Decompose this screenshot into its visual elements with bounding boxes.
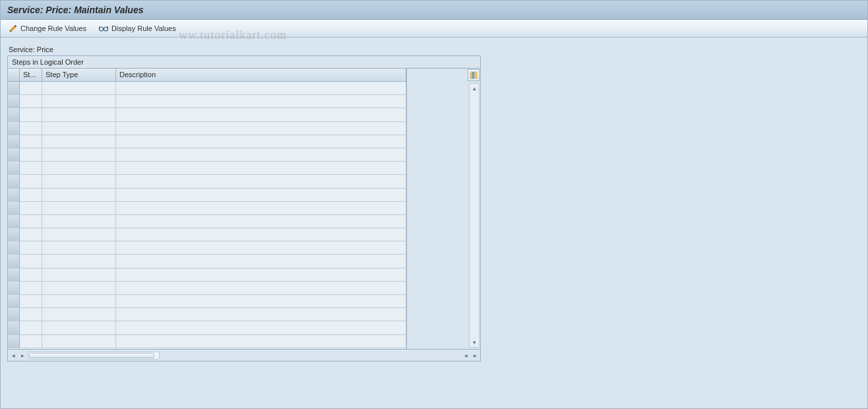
cell-description[interactable]	[116, 335, 406, 348]
row-selector[interactable]	[8, 321, 20, 334]
display-rule-values-button[interactable]: Display Rule Values	[98, 24, 176, 32]
cell-description[interactable]	[116, 162, 406, 174]
table-row[interactable]	[8, 95, 406, 108]
cell-description[interactable]	[116, 268, 406, 281]
row-selector[interactable]	[8, 241, 20, 254]
row-selector[interactable]	[8, 135, 20, 148]
table-row[interactable]	[8, 228, 406, 241]
table-row[interactable]	[8, 308, 406, 321]
table-row[interactable]	[8, 255, 406, 268]
cell-step-type[interactable]	[42, 308, 116, 321]
cell-st[interactable]	[20, 282, 42, 294]
table-row[interactable]	[8, 108, 406, 121]
table-row[interactable]	[8, 82, 406, 95]
table-row[interactable]	[8, 282, 406, 295]
table-row[interactable]	[8, 268, 406, 282]
cell-st[interactable]	[20, 215, 42, 228]
cell-st[interactable]	[20, 162, 42, 174]
cell-st[interactable]	[20, 228, 42, 241]
table-row[interactable]	[8, 202, 406, 215]
cell-st[interactable]	[20, 108, 42, 121]
cell-step-type[interactable]	[42, 189, 116, 201]
cell-description[interactable]	[116, 282, 406, 294]
cell-step-type[interactable]	[42, 122, 116, 135]
cell-description[interactable]	[116, 308, 406, 321]
cell-step-type[interactable]	[42, 95, 116, 108]
table-row[interactable]	[8, 335, 406, 348]
row-selector[interactable]	[8, 175, 20, 187]
cell-description[interactable]	[116, 321, 406, 334]
cell-st[interactable]	[20, 122, 42, 135]
cell-description[interactable]	[116, 295, 406, 307]
cell-description[interactable]	[116, 95, 406, 108]
cell-step-type[interactable]	[42, 295, 116, 307]
cell-st[interactable]	[20, 175, 42, 187]
row-selector[interactable]	[8, 122, 20, 135]
cell-description[interactable]	[116, 82, 406, 94]
cell-step-type[interactable]	[42, 202, 116, 214]
cell-step-type[interactable]	[42, 82, 116, 94]
cell-st[interactable]	[20, 255, 42, 267]
cell-st[interactable]	[20, 189, 42, 201]
scroll-down-icon[interactable]: ▾	[470, 338, 479, 347]
row-selector[interactable]	[8, 228, 20, 241]
cell-step-type[interactable]	[42, 215, 116, 228]
table-row[interactable]	[8, 241, 406, 255]
cell-st[interactable]	[20, 295, 42, 307]
cell-st[interactable]	[20, 82, 42, 94]
scroll-left-icon[interactable]: ▸	[18, 351, 26, 360]
cell-step-type[interactable]	[42, 135, 116, 148]
column-header-st[interactable]: St...	[20, 69, 42, 81]
cell-description[interactable]	[116, 122, 406, 135]
row-selector[interactable]	[8, 295, 20, 307]
cell-step-type[interactable]	[42, 148, 116, 161]
column-header-step-type[interactable]: Step Type	[42, 69, 116, 81]
column-selector[interactable]	[8, 69, 20, 81]
cell-st[interactable]	[20, 308, 42, 321]
table-row[interactable]	[8, 135, 406, 148]
table-row[interactable]	[8, 122, 406, 135]
cell-st[interactable]	[20, 268, 42, 281]
cell-st[interactable]	[20, 95, 42, 108]
cell-step-type[interactable]	[42, 255, 116, 267]
cell-st[interactable]	[20, 135, 42, 148]
row-selector[interactable]	[8, 162, 20, 174]
cell-description[interactable]	[116, 108, 406, 121]
table-row[interactable]	[8, 148, 406, 162]
table-settings-button[interactable]	[468, 69, 480, 81]
cell-step-type[interactable]	[42, 335, 116, 348]
cell-description[interactable]	[116, 148, 406, 161]
cell-step-type[interactable]	[42, 108, 116, 121]
column-header-description[interactable]: Description	[116, 69, 406, 81]
row-selector[interactable]	[8, 268, 20, 281]
cell-description[interactable]	[116, 241, 406, 254]
scroll-first-icon[interactable]: ◂	[9, 351, 17, 360]
cell-st[interactable]	[20, 148, 42, 161]
cell-description[interactable]	[116, 135, 406, 148]
cell-step-type[interactable]	[42, 162, 116, 174]
cell-st[interactable]	[20, 241, 42, 254]
cell-description[interactable]	[116, 175, 406, 187]
hscroll-track[interactable]	[28, 352, 160, 360]
table-row[interactable]	[8, 175, 406, 188]
cell-step-type[interactable]	[42, 282, 116, 294]
cell-st[interactable]	[20, 321, 42, 334]
vertical-scrollbar[interactable]: ▴ ▾	[469, 83, 480, 348]
hscroll-thumb[interactable]	[29, 353, 154, 358]
table-row[interactable]	[8, 189, 406, 202]
scroll-last-icon[interactable]: ▸	[471, 351, 479, 360]
row-selector[interactable]	[8, 335, 20, 348]
row-selector[interactable]	[8, 95, 20, 108]
row-selector[interactable]	[8, 282, 20, 294]
cell-description[interactable]	[116, 189, 406, 201]
table-row[interactable]	[8, 321, 406, 334]
change-rule-values-button[interactable]: Change Rule Values	[9, 24, 86, 33]
table-row[interactable]	[8, 215, 406, 228]
cell-step-type[interactable]	[42, 241, 116, 254]
row-selector[interactable]	[8, 215, 20, 228]
scroll-right-icon[interactable]: ◂	[462, 351, 470, 360]
cell-description[interactable]	[116, 215, 406, 228]
cell-step-type[interactable]	[42, 175, 116, 187]
scroll-track[interactable]	[470, 93, 479, 338]
row-selector[interactable]	[8, 255, 20, 267]
